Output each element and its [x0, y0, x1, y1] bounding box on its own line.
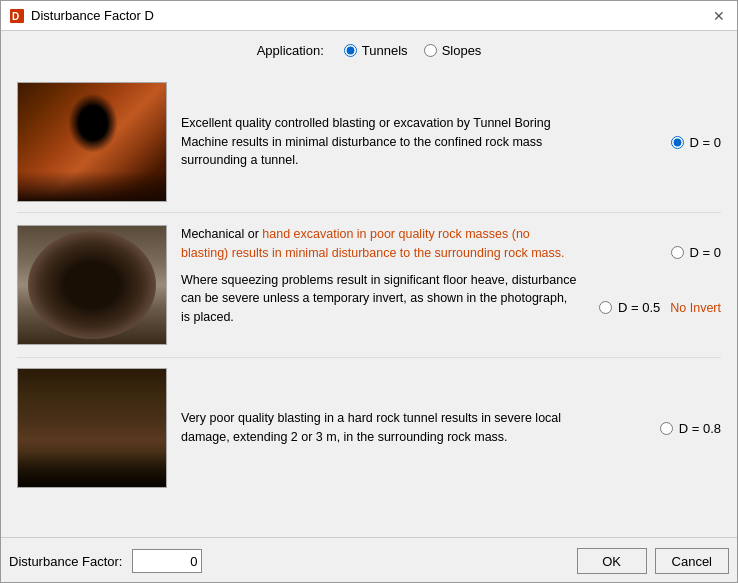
- tunnel-image-1: [17, 82, 167, 202]
- factor-row-1: Excellent quality controlled blasting or…: [17, 72, 721, 213]
- row1-radio-input[interactable]: [671, 136, 684, 149]
- disturbance-factor-label: Disturbance Factor:: [9, 554, 122, 569]
- row3-text: Very poor quality blasting in a hard roc…: [181, 411, 561, 444]
- no-invert-label: No Invert: [670, 301, 721, 315]
- row2-no-invert-row: D = 0.5 No Invert: [599, 300, 721, 315]
- application-label: Application:: [257, 43, 324, 58]
- tunnels-option[interactable]: Tunnels: [344, 43, 408, 58]
- row3-d-radio[interactable]: D = 0.8: [660, 421, 721, 436]
- factor-row-3: Very poor quality blasting in a hard roc…: [17, 358, 721, 498]
- app-icon: D: [9, 8, 25, 24]
- row3-radio-input[interactable]: [660, 422, 673, 435]
- row2-controls: D = 0 D = 0.5 No Invert: [591, 225, 721, 315]
- row1-controls: D = 0: [601, 135, 721, 150]
- row1-d-label[interactable]: D = 0: [690, 135, 721, 150]
- title-bar-left: D Disturbance Factor D: [9, 8, 154, 24]
- disturbance-factor-input[interactable]: [132, 549, 202, 573]
- tunnel-image-3: [17, 368, 167, 488]
- row2-highlight: hand excavation in poor quality rock mas…: [181, 227, 565, 260]
- row2-d-label-bottom[interactable]: D = 0.5: [618, 300, 660, 315]
- footer-buttons: OK Cancel: [577, 548, 729, 574]
- cancel-button[interactable]: Cancel: [655, 548, 729, 574]
- row2-d-radio-bottom[interactable]: D = 0.5: [599, 300, 660, 315]
- row1-description: Excellent quality controlled blasting or…: [181, 114, 587, 170]
- row3-d-label[interactable]: D = 0.8: [679, 421, 721, 436]
- title-bar: D Disturbance Factor D ✕: [1, 1, 737, 31]
- row2-radio-top-input[interactable]: [671, 246, 684, 259]
- dialog-footer: Disturbance Factor: OK Cancel: [1, 537, 737, 582]
- close-button[interactable]: ✕: [709, 6, 729, 26]
- dialog-content: Application: Tunnels Slopes Excellent qu…: [1, 31, 737, 537]
- row2-text1: Mechanical or hand excavation in poor qu…: [181, 225, 577, 263]
- dialog-title: Disturbance Factor D: [31, 8, 154, 23]
- tunnels-radio[interactable]: [344, 44, 357, 57]
- application-row: Application: Tunnels Slopes: [17, 43, 721, 58]
- row1-d-radio[interactable]: D = 0: [671, 135, 721, 150]
- row2-radio-bottom-input[interactable]: [599, 301, 612, 314]
- svg-text:D: D: [12, 11, 19, 22]
- row3-controls: D = 0.8: [601, 421, 721, 436]
- slopes-option[interactable]: Slopes: [424, 43, 482, 58]
- rows-container: Excellent quality controlled blasting or…: [17, 72, 721, 527]
- row2-d-label-top[interactable]: D = 0: [690, 245, 721, 260]
- factor-row-2: Mechanical or hand excavation in poor qu…: [17, 213, 721, 358]
- dialog-window: D Disturbance Factor D ✕ Application: Tu…: [0, 0, 738, 583]
- footer-left: Disturbance Factor:: [9, 549, 202, 573]
- slopes-radio[interactable]: [424, 44, 437, 57]
- slopes-label[interactable]: Slopes: [442, 43, 482, 58]
- ok-button[interactable]: OK: [577, 548, 647, 574]
- row2-text2: Where squeezing problems result in signi…: [181, 271, 577, 327]
- row2-d-radio-top[interactable]: D = 0: [671, 245, 721, 260]
- tunnel-image-2: [17, 225, 167, 345]
- tunnels-label[interactable]: Tunnels: [362, 43, 408, 58]
- row2-description: Mechanical or hand excavation in poor qu…: [181, 225, 577, 327]
- row3-description: Very poor quality blasting in a hard roc…: [181, 409, 587, 447]
- application-radio-group: Tunnels Slopes: [344, 43, 482, 58]
- row1-text: Excellent quality controlled blasting or…: [181, 116, 551, 168]
